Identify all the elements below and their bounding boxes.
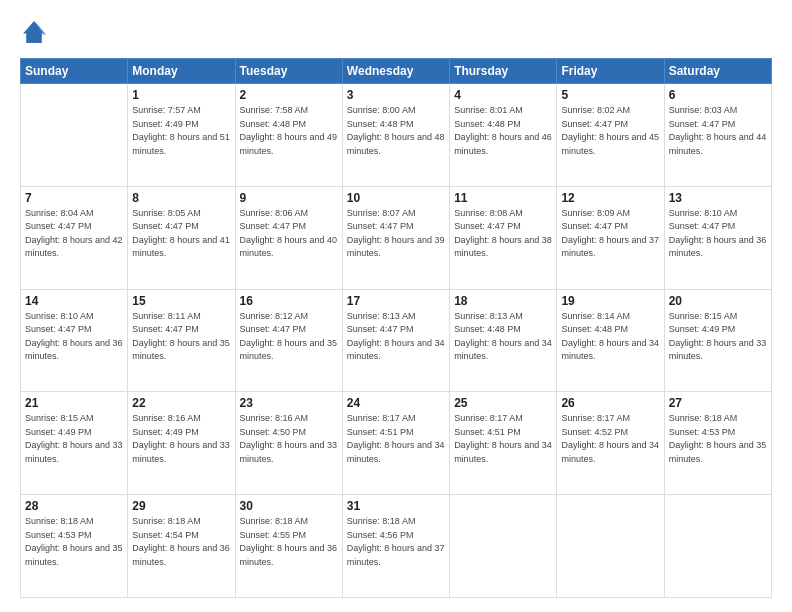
day-number: 26	[561, 396, 659, 410]
weekday-header-monday: Monday	[128, 59, 235, 84]
day-number: 5	[561, 88, 659, 102]
day-detail: Sunrise: 8:14 AMSunset: 4:48 PMDaylight:…	[561, 310, 659, 364]
calendar-cell: 16Sunrise: 8:12 AMSunset: 4:47 PMDayligh…	[235, 289, 342, 392]
calendar-cell: 12Sunrise: 8:09 AMSunset: 4:47 PMDayligh…	[557, 186, 664, 289]
calendar-cell: 23Sunrise: 8:16 AMSunset: 4:50 PMDayligh…	[235, 392, 342, 495]
calendar-body: 1Sunrise: 7:57 AMSunset: 4:49 PMDaylight…	[21, 84, 772, 598]
day-number: 31	[347, 499, 445, 513]
calendar-cell: 26Sunrise: 8:17 AMSunset: 4:52 PMDayligh…	[557, 392, 664, 495]
day-detail: Sunrise: 8:17 AMSunset: 4:51 PMDaylight:…	[454, 412, 552, 466]
calendar-cell: 30Sunrise: 8:18 AMSunset: 4:55 PMDayligh…	[235, 495, 342, 598]
day-number: 19	[561, 294, 659, 308]
day-detail: Sunrise: 8:05 AMSunset: 4:47 PMDaylight:…	[132, 207, 230, 261]
calendar-cell: 10Sunrise: 8:07 AMSunset: 4:47 PMDayligh…	[342, 186, 449, 289]
day-detail: Sunrise: 8:18 AMSunset: 4:56 PMDaylight:…	[347, 515, 445, 569]
day-number: 12	[561, 191, 659, 205]
day-number: 17	[347, 294, 445, 308]
day-number: 9	[240, 191, 338, 205]
weekday-header-tuesday: Tuesday	[235, 59, 342, 84]
calendar-header: SundayMondayTuesdayWednesdayThursdayFrid…	[21, 59, 772, 84]
calendar-cell: 6Sunrise: 8:03 AMSunset: 4:47 PMDaylight…	[664, 84, 771, 187]
calendar-cell: 18Sunrise: 8:13 AMSunset: 4:48 PMDayligh…	[450, 289, 557, 392]
day-detail: Sunrise: 8:18 AMSunset: 4:54 PMDaylight:…	[132, 515, 230, 569]
calendar-cell	[557, 495, 664, 598]
day-detail: Sunrise: 8:15 AMSunset: 4:49 PMDaylight:…	[669, 310, 767, 364]
day-number: 8	[132, 191, 230, 205]
calendar-cell: 25Sunrise: 8:17 AMSunset: 4:51 PMDayligh…	[450, 392, 557, 495]
day-number: 18	[454, 294, 552, 308]
logo	[20, 18, 52, 46]
day-number: 21	[25, 396, 123, 410]
day-number: 14	[25, 294, 123, 308]
calendar-week-1: 1Sunrise: 7:57 AMSunset: 4:49 PMDaylight…	[21, 84, 772, 187]
day-number: 22	[132, 396, 230, 410]
page: SundayMondayTuesdayWednesdayThursdayFrid…	[0, 0, 792, 612]
day-number: 10	[347, 191, 445, 205]
day-detail: Sunrise: 8:10 AMSunset: 4:47 PMDaylight:…	[25, 310, 123, 364]
calendar-cell: 21Sunrise: 8:15 AMSunset: 4:49 PMDayligh…	[21, 392, 128, 495]
day-detail: Sunrise: 8:15 AMSunset: 4:49 PMDaylight:…	[25, 412, 123, 466]
calendar-cell: 24Sunrise: 8:17 AMSunset: 4:51 PMDayligh…	[342, 392, 449, 495]
day-detail: Sunrise: 8:17 AMSunset: 4:52 PMDaylight:…	[561, 412, 659, 466]
day-detail: Sunrise: 8:10 AMSunset: 4:47 PMDaylight:…	[669, 207, 767, 261]
day-detail: Sunrise: 7:57 AMSunset: 4:49 PMDaylight:…	[132, 104, 230, 158]
weekday-row: SundayMondayTuesdayWednesdayThursdayFrid…	[21, 59, 772, 84]
day-number: 2	[240, 88, 338, 102]
calendar-cell: 22Sunrise: 8:16 AMSunset: 4:49 PMDayligh…	[128, 392, 235, 495]
weekday-header-saturday: Saturday	[664, 59, 771, 84]
day-number: 27	[669, 396, 767, 410]
day-detail: Sunrise: 8:12 AMSunset: 4:47 PMDaylight:…	[240, 310, 338, 364]
calendar-cell	[21, 84, 128, 187]
day-number: 24	[347, 396, 445, 410]
calendar-cell: 31Sunrise: 8:18 AMSunset: 4:56 PMDayligh…	[342, 495, 449, 598]
calendar-cell	[450, 495, 557, 598]
day-number: 16	[240, 294, 338, 308]
day-number: 3	[347, 88, 445, 102]
day-number: 15	[132, 294, 230, 308]
calendar-cell: 5Sunrise: 8:02 AMSunset: 4:47 PMDaylight…	[557, 84, 664, 187]
logo-icon	[20, 18, 48, 46]
calendar-cell: 15Sunrise: 8:11 AMSunset: 4:47 PMDayligh…	[128, 289, 235, 392]
day-detail: Sunrise: 8:18 AMSunset: 4:53 PMDaylight:…	[669, 412, 767, 466]
day-number: 11	[454, 191, 552, 205]
day-number: 20	[669, 294, 767, 308]
day-number: 6	[669, 88, 767, 102]
calendar-cell: 17Sunrise: 8:13 AMSunset: 4:47 PMDayligh…	[342, 289, 449, 392]
calendar-week-4: 21Sunrise: 8:15 AMSunset: 4:49 PMDayligh…	[21, 392, 772, 495]
calendar-cell: 13Sunrise: 8:10 AMSunset: 4:47 PMDayligh…	[664, 186, 771, 289]
calendar-cell: 4Sunrise: 8:01 AMSunset: 4:48 PMDaylight…	[450, 84, 557, 187]
calendar-cell: 29Sunrise: 8:18 AMSunset: 4:54 PMDayligh…	[128, 495, 235, 598]
calendar-week-5: 28Sunrise: 8:18 AMSunset: 4:53 PMDayligh…	[21, 495, 772, 598]
day-number: 28	[25, 499, 123, 513]
calendar-cell	[664, 495, 771, 598]
day-detail: Sunrise: 8:00 AMSunset: 4:48 PMDaylight:…	[347, 104, 445, 158]
calendar-cell: 9Sunrise: 8:06 AMSunset: 4:47 PMDaylight…	[235, 186, 342, 289]
day-number: 1	[132, 88, 230, 102]
day-number: 4	[454, 88, 552, 102]
day-detail: Sunrise: 8:13 AMSunset: 4:47 PMDaylight:…	[347, 310, 445, 364]
day-detail: Sunrise: 8:02 AMSunset: 4:47 PMDaylight:…	[561, 104, 659, 158]
calendar-cell: 19Sunrise: 8:14 AMSunset: 4:48 PMDayligh…	[557, 289, 664, 392]
calendar-cell: 14Sunrise: 8:10 AMSunset: 4:47 PMDayligh…	[21, 289, 128, 392]
day-detail: Sunrise: 8:16 AMSunset: 4:49 PMDaylight:…	[132, 412, 230, 466]
calendar-cell: 3Sunrise: 8:00 AMSunset: 4:48 PMDaylight…	[342, 84, 449, 187]
day-detail: Sunrise: 8:08 AMSunset: 4:47 PMDaylight:…	[454, 207, 552, 261]
calendar-week-3: 14Sunrise: 8:10 AMSunset: 4:47 PMDayligh…	[21, 289, 772, 392]
calendar-cell: 7Sunrise: 8:04 AMSunset: 4:47 PMDaylight…	[21, 186, 128, 289]
day-detail: Sunrise: 8:07 AMSunset: 4:47 PMDaylight:…	[347, 207, 445, 261]
day-detail: Sunrise: 8:06 AMSunset: 4:47 PMDaylight:…	[240, 207, 338, 261]
calendar-week-2: 7Sunrise: 8:04 AMSunset: 4:47 PMDaylight…	[21, 186, 772, 289]
header	[20, 18, 772, 46]
day-detail: Sunrise: 8:04 AMSunset: 4:47 PMDaylight:…	[25, 207, 123, 261]
calendar-table: SundayMondayTuesdayWednesdayThursdayFrid…	[20, 58, 772, 598]
day-detail: Sunrise: 8:16 AMSunset: 4:50 PMDaylight:…	[240, 412, 338, 466]
calendar-cell: 20Sunrise: 8:15 AMSunset: 4:49 PMDayligh…	[664, 289, 771, 392]
weekday-header-sunday: Sunday	[21, 59, 128, 84]
day-detail: Sunrise: 8:18 AMSunset: 4:55 PMDaylight:…	[240, 515, 338, 569]
day-detail: Sunrise: 7:58 AMSunset: 4:48 PMDaylight:…	[240, 104, 338, 158]
day-detail: Sunrise: 8:09 AMSunset: 4:47 PMDaylight:…	[561, 207, 659, 261]
day-detail: Sunrise: 8:18 AMSunset: 4:53 PMDaylight:…	[25, 515, 123, 569]
day-detail: Sunrise: 8:03 AMSunset: 4:47 PMDaylight:…	[669, 104, 767, 158]
calendar-cell: 1Sunrise: 7:57 AMSunset: 4:49 PMDaylight…	[128, 84, 235, 187]
day-detail: Sunrise: 8:01 AMSunset: 4:48 PMDaylight:…	[454, 104, 552, 158]
